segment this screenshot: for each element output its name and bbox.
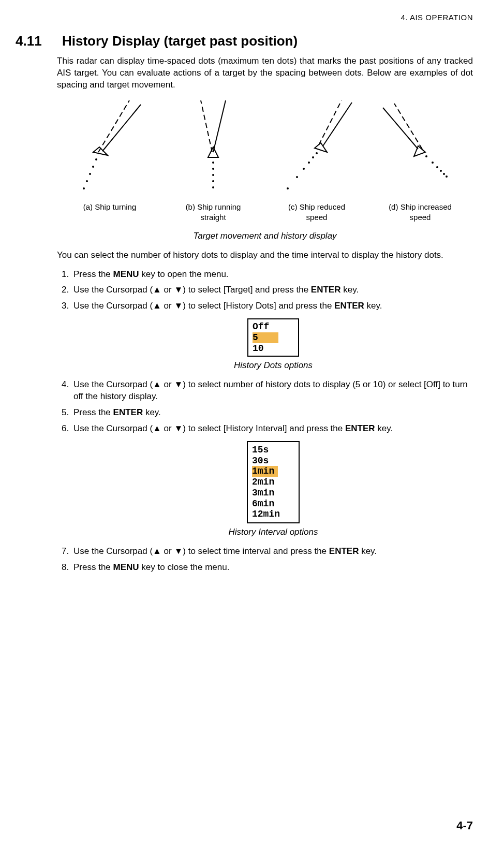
section-title: History Display (target past position) <box>62 32 298 50</box>
figure-ship-increased-speed-icon <box>379 100 462 199</box>
svg-point-22 <box>303 168 305 170</box>
svg-point-19 <box>316 152 318 154</box>
svg-point-13 <box>212 174 214 176</box>
running-header: 4. AIS OPERATION <box>57 12 473 23</box>
svg-line-1 <box>102 105 141 151</box>
history-interval-caption: History Interval options <box>73 526 473 538</box>
menu-option-5: 5 <box>253 332 294 343</box>
menu-option-off: Off <box>253 321 294 332</box>
svg-point-7 <box>83 187 85 189</box>
figure-caption-c: (c) Ship reduced speed <box>275 202 358 223</box>
page-number: 4-7 <box>456 818 473 833</box>
svg-line-26 <box>383 108 418 149</box>
svg-marker-25 <box>414 146 425 156</box>
figure-ship-reduced-speed-icon <box>275 100 358 199</box>
step-5: Press the ENTER key. <box>71 407 473 419</box>
menu-option-30s: 30s <box>252 456 294 466</box>
step-1: Press the MENU key to open the menu. <box>71 269 473 281</box>
step-2: Use the Cursorpad (▲ or ▼) to select [Ta… <box>71 284 473 296</box>
figure-caption-d: (d) Ship increased speed <box>379 202 462 223</box>
step-3: Use the Cursorpad (▲ or ▼) to select [Hi… <box>71 300 473 372</box>
section-heading: 4.11 History Display (target past positi… <box>16 32 473 50</box>
svg-point-14 <box>212 180 214 182</box>
svg-point-24 <box>287 187 289 189</box>
svg-line-9 <box>213 100 226 152</box>
svg-point-33 <box>446 175 448 178</box>
menu-option-6min: 6min <box>252 499 294 509</box>
svg-point-28 <box>425 155 427 157</box>
svg-line-2 <box>98 100 129 152</box>
intro-paragraph-2: You can select the number of history dot… <box>57 250 473 261</box>
figure-caption-a: (a) Ship turning <box>68 202 151 223</box>
svg-point-15 <box>212 186 214 188</box>
svg-line-10 <box>201 100 212 152</box>
svg-point-30 <box>436 166 438 168</box>
figure-captions: (a) Ship turning (b) Ship running straig… <box>57 202 473 223</box>
figure-ship-turning-icon <box>68 100 151 199</box>
section-number: 4.11 <box>16 32 62 50</box>
svg-point-32 <box>443 173 445 175</box>
menu-option-10: 10 <box>253 343 294 354</box>
svg-point-5 <box>89 173 91 175</box>
step-4: Use the Cursorpad (▲ or ▼) to select num… <box>71 379 473 403</box>
svg-point-20 <box>312 156 314 158</box>
svg-point-23 <box>296 176 298 178</box>
svg-marker-16 <box>315 143 327 152</box>
intro-paragraph: This radar can display time-spaced dots … <box>57 55 473 91</box>
history-dots-menu: Off 5 10 <box>247 318 299 357</box>
svg-point-11 <box>212 162 214 164</box>
svg-point-4 <box>92 166 94 168</box>
figure-row <box>57 100 473 199</box>
svg-point-3 <box>95 158 97 160</box>
svg-point-6 <box>86 180 88 182</box>
svg-point-29 <box>432 162 434 164</box>
history-dots-caption: History Dots options <box>73 360 473 372</box>
menu-option-15s: 15s <box>252 445 294 456</box>
history-interval-menu: 15s 30s 1min 2min 3min 6min 12min <box>247 441 300 523</box>
menu-option-12min: 12min <box>252 509 294 520</box>
figure-title: Target movement and history display <box>57 230 473 242</box>
menu-option-1min: 1min <box>252 466 294 477</box>
step-7: Use the Cursorpad (▲ or ▼) to select tim… <box>71 546 473 558</box>
menu-option-2min: 2min <box>252 477 294 488</box>
svg-point-21 <box>308 162 310 164</box>
figure-ship-straight-icon <box>172 100 255 199</box>
figure-caption-b: (b) Ship running straight <box>172 202 255 223</box>
svg-point-31 <box>440 170 442 172</box>
svg-line-17 <box>323 103 352 146</box>
step-6: Use the Cursorpad (▲ or ▼) to select [Hi… <box>71 423 473 538</box>
procedure-list: Press the MENU key to open the menu. Use… <box>57 269 473 574</box>
svg-point-12 <box>212 168 214 170</box>
menu-option-3min: 3min <box>252 488 294 499</box>
step-8: Press the MENU key to close the menu. <box>71 562 473 574</box>
